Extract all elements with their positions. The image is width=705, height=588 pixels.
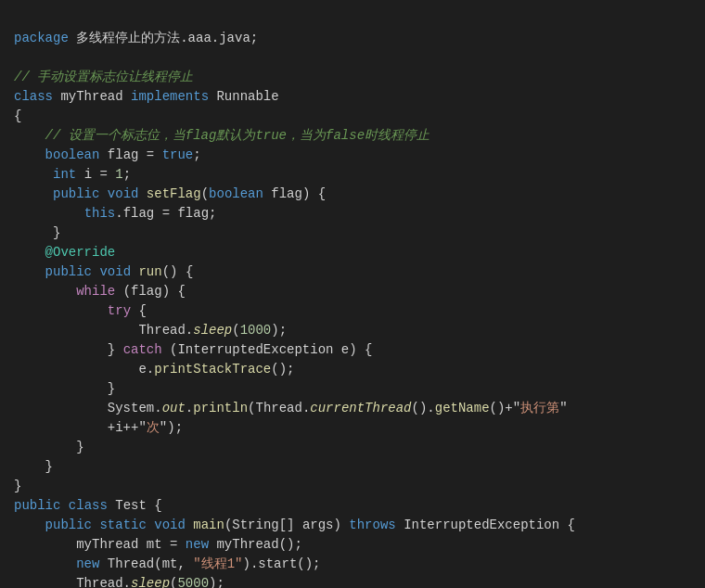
keyword-package: package: [14, 31, 69, 45]
string-thread1: "线程1": [193, 556, 242, 571]
number-1000: 1000: [240, 323, 272, 338]
comment-1: // 手动设置标志位让线程停止: [14, 70, 193, 84]
code-editor: package 多线程停止的方法.aaa.java; // 手动设置标志位让线程…: [14, 9, 691, 588]
keyword-public-3: public: [14, 498, 60, 513]
annotation-override: @Override: [45, 245, 116, 260]
keyword-implements: implements: [131, 89, 209, 104]
method-sleep-2: sleep: [131, 576, 170, 588]
keyword-void-3: void: [154, 518, 186, 532]
keyword-catch: catch: [123, 342, 162, 357]
keyword-true: true: [162, 147, 194, 162]
keyword-void-2: void: [99, 264, 131, 279]
keyword-int: int: [53, 167, 76, 182]
comment-2: // 设置一个标志位，当flag默认为true，当为false时线程停止: [45, 128, 429, 143]
method-main: main: [193, 518, 224, 532]
method-currentthread: currentThread: [310, 401, 411, 415]
string-ci: 次: [147, 420, 160, 435]
keyword-new-1: new: [186, 537, 209, 552]
keyword-public-1: public: [53, 186, 99, 201]
keyword-class: class: [14, 89, 53, 104]
keyword-try: try: [108, 303, 131, 318]
method-getname: getName: [435, 401, 490, 415]
keyword-new-2: new: [76, 556, 99, 571]
method-printstacktrace: printStackTrace: [154, 362, 271, 377]
keyword-boolean-2: boolean: [209, 186, 263, 201]
method-sleep-1: sleep: [193, 323, 232, 338]
keyword-public-4: public: [45, 518, 92, 532]
keyword-public-2: public: [45, 264, 92, 279]
keyword-throws: throws: [349, 518, 395, 532]
keyword-this: this: [84, 206, 116, 221]
keyword-void-1: void: [108, 186, 139, 201]
number-1: 1: [115, 167, 122, 182]
keyword-while: while: [76, 284, 115, 299]
keyword-boolean: boolean: [45, 147, 100, 162]
field-out: out: [162, 401, 186, 415]
keyword-class-2: class: [69, 498, 108, 513]
number-5000: 5000: [177, 576, 209, 588]
method-run: run: [138, 264, 161, 279]
string-exec: 执行第: [520, 401, 559, 415]
method-setflag: setFlag: [147, 186, 201, 201]
keyword-static: static: [99, 518, 146, 532]
method-println: println: [193, 401, 248, 415]
